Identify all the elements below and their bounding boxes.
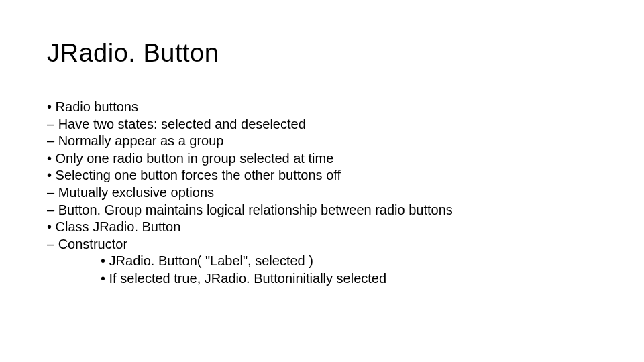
body-line: – Button. Group maintains logical relati…	[47, 202, 597, 219]
body-line: – Mutually exclusive options	[47, 184, 597, 202]
body-line: • If selected true, JRadio. Buttoninitia…	[47, 270, 597, 288]
slide-body: • Radio buttons – Have two states: selec…	[47, 99, 597, 288]
body-line: – Have two states: selected and deselect…	[47, 116, 597, 133]
slide: JRadio. Button • Radio buttons – Have tw…	[0, 0, 644, 362]
body-line: – Normally appear as a group	[47, 133, 597, 150]
body-line: • Only one radio button in group selecte…	[47, 150, 597, 168]
body-line: • Selecting one button forces the other …	[47, 167, 597, 184]
body-line: – Constructor	[47, 236, 597, 253]
body-line: • Radio buttons	[47, 99, 597, 116]
slide-title: JRadio. Button	[47, 39, 597, 68]
body-line: • Class JRadio. Button	[47, 219, 597, 236]
body-line: • JRadio. Button( "Label", selected )	[47, 253, 597, 270]
